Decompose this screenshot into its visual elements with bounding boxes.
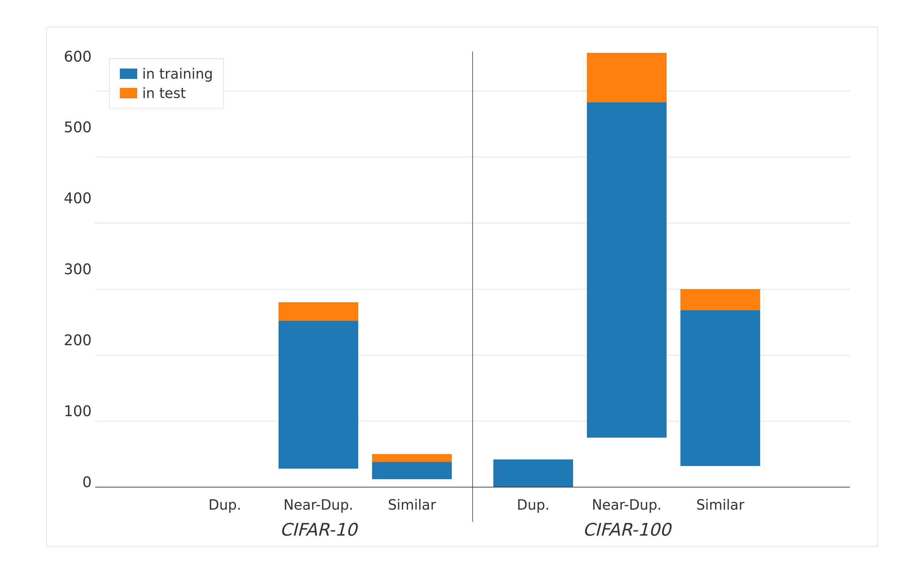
y-label-200: 200	[54, 332, 92, 349]
svg-text:Dup.: Dup.	[208, 497, 241, 513]
svg-text:Near-Dup.: Near-Dup.	[592, 497, 662, 513]
legend-item-training: in training	[120, 66, 213, 82]
chart-area: in training in test 0 100 200 300 400 50…	[95, 48, 850, 491]
svg-text:CIFAR-100: CIFAR-100	[582, 520, 672, 540]
svg-rect-18	[587, 53, 667, 102]
y-label-0: 0	[54, 474, 92, 491]
chart-container: in training in test 0 100 200 300 400 50…	[46, 27, 878, 546]
legend-label-training: in training	[143, 66, 213, 82]
y-label-300: 300	[54, 261, 92, 278]
svg-rect-15	[493, 459, 573, 487]
legend-swatch-training	[120, 69, 137, 79]
svg-rect-17	[587, 53, 667, 437]
svg-rect-12	[372, 454, 452, 462]
svg-text:Similar: Similar	[387, 497, 436, 513]
y-label-500: 500	[54, 119, 92, 136]
svg-text:Near-Dup.: Near-Dup.	[283, 497, 353, 513]
legend-label-test: in test	[143, 85, 186, 101]
svg-rect-20	[681, 289, 760, 466]
legend-item-test: in test	[120, 85, 213, 101]
legend-swatch-test	[120, 88, 137, 98]
y-label-600: 600	[54, 48, 92, 65]
svg-text:Dup.: Dup.	[516, 497, 549, 513]
y-label-400: 400	[54, 190, 92, 207]
y-axis-labels: 0 100 200 300 400 500 600	[54, 48, 92, 491]
svg-text:CIFAR-10: CIFAR-10	[279, 520, 358, 540]
chart-svg: Dup.Near-Dup.SimilarCIFAR-10Dup.Near-Dup…	[95, 48, 850, 491]
y-label-100: 100	[54, 403, 92, 420]
svg-rect-9	[279, 302, 358, 321]
svg-text:Similar: Similar	[696, 497, 744, 513]
legend: in training in test	[109, 58, 224, 108]
svg-rect-21	[681, 289, 760, 310]
svg-rect-8	[279, 302, 358, 468]
